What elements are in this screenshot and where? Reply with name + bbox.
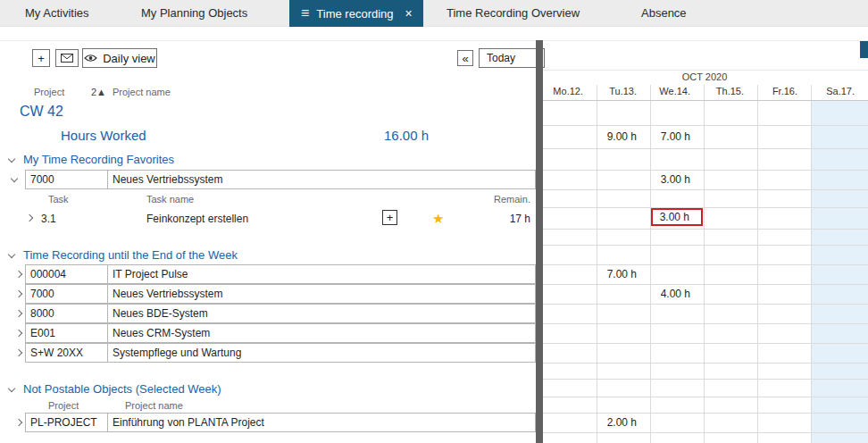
favorite-star-icon[interactable]: ★	[432, 212, 444, 225]
hours-worked-label: Hours Worked	[61, 128, 146, 143]
grid-line	[543, 207, 868, 208]
project-name-cell[interactable]: Neues CRM-System	[107, 323, 536, 343]
project-row-favorite[interactable]: 7000 Neues Vertriebssystem	[0, 170, 536, 189]
column-header-task-name[interactable]: Task name	[146, 194, 194, 205]
previous-button[interactable]: «	[457, 50, 473, 66]
project-code-cell[interactable]: 8000	[25, 304, 108, 323]
daily-view-button[interactable]: Daily view	[82, 48, 157, 68]
add-icon: +	[387, 211, 394, 224]
chevron-down-icon[interactable]	[8, 251, 15, 258]
grid-line	[543, 284, 868, 285]
project-code-cell[interactable]: E001	[25, 323, 108, 343]
grid-line	[543, 148, 868, 149]
grid-line	[543, 413, 868, 414]
day-value-cell[interactable]: 9.00 h	[597, 125, 650, 148]
project-row[interactable]: 000004 IT Project Pulse	[0, 264, 536, 284]
today-button[interactable]: Today	[479, 48, 545, 68]
project-row[interactable]: PL-PROJECT Einführung von PLANTA Project	[0, 413, 536, 432]
chevron-right-icon[interactable]	[15, 290, 22, 297]
pane-splitter[interactable]	[536, 40, 543, 443]
chevron-down-icon[interactable]	[8, 385, 15, 392]
grid-line	[543, 170, 868, 171]
project-name-cell[interactable]: Systempflege und Wartung	[107, 343, 536, 363]
section-week-recording[interactable]: Time Recording until the End of the Week	[0, 247, 536, 264]
envelope-icon	[61, 54, 73, 63]
task-name[interactable]: Feinkonzept erstellen	[146, 213, 248, 225]
chevron-right-icon[interactable]	[15, 330, 22, 337]
day-value-cell[interactable]: 3.00 h	[650, 170, 704, 189]
chevron-right-icon[interactable]	[15, 419, 22, 426]
day-value-cell[interactable]: 4.00 h	[650, 284, 704, 304]
task-id[interactable]: 3.1	[41, 213, 56, 225]
grid-line	[543, 245, 868, 246]
column-header-remaining[interactable]: Remain.	[464, 194, 530, 205]
day-value-cell[interactable]: 2.00 h	[597, 413, 650, 432]
tab-bar: My Activities My Planning Objects ≡ Time…	[0, 0, 868, 27]
project-code-cell[interactable]: 000004	[25, 264, 108, 284]
grid-line	[543, 379, 868, 380]
day-header-sa: Sa.17.	[811, 86, 868, 100]
chevron-right-icon[interactable]	[26, 214, 33, 222]
day-value-cell[interactable]: 7.00 h	[650, 125, 704, 148]
tab-time-recording-overview[interactable]: Time Recording Overview	[447, 0, 580, 27]
day-value-cell[interactable]: 7.00 h	[597, 264, 650, 284]
grid-line	[543, 229, 868, 230]
day-header-we: We.14.	[650, 86, 704, 100]
chevron-down-icon[interactable]	[8, 155, 15, 163]
section-title-favorites: My Time Recording Favorites	[23, 153, 174, 166]
app-window: My Activities My Planning Objects ≡ Time…	[0, 0, 868, 443]
column-header-task[interactable]: Task	[48, 194, 69, 205]
section-not-postable[interactable]: Not Postable Objects (Selected Week)	[0, 380, 536, 398]
grid-line	[543, 343, 868, 344]
week-label: CW 42	[20, 104, 63, 120]
project-name-cell[interactable]: Neues BDE-System	[107, 304, 536, 323]
grid-line	[543, 323, 868, 324]
project-code-cell[interactable]: S+W 20XX	[25, 343, 108, 363]
eye-icon	[84, 54, 97, 63]
column-header-project[interactable]: Project	[34, 87, 64, 97]
previous-icon: «	[462, 52, 468, 65]
project-row[interactable]: 7000 Neues Vertriebssystem	[0, 284, 536, 304]
add-icon: +	[38, 52, 45, 65]
project-row[interactable]: S+W 20XX Systempflege und Wartung	[0, 343, 536, 363]
tab-absence[interactable]: Absence	[641, 0, 687, 27]
month-header: OCT 2020	[543, 71, 866, 82]
chevron-down-icon[interactable]	[11, 175, 18, 182]
tab-my-planning-objects[interactable]: My Planning Objects	[141, 0, 247, 27]
add-task-entry-button[interactable]: +	[382, 210, 397, 225]
project-name-cell[interactable]: Neues Vertriebssystem	[107, 284, 536, 304]
chevron-right-icon[interactable]	[15, 310, 22, 317]
grid-line	[543, 363, 868, 364]
add-button[interactable]: +	[32, 49, 50, 67]
project-row[interactable]: E001 Neues CRM-System	[0, 323, 536, 343]
task-row[interactable]: 3.1 Feinkonzept erstellen + ★ 17 h	[0, 207, 536, 229]
scrollbar-thumb[interactable]	[860, 41, 868, 58]
tab-label: Time recording	[316, 7, 393, 21]
project-code-cell[interactable]: 7000	[25, 170, 108, 189]
grid-line	[543, 304, 868, 305]
column-header-project-name[interactable]: Project name	[113, 87, 171, 97]
project-code-cell[interactable]: PL-PROJECT	[25, 413, 108, 432]
project-code-cell[interactable]: 7000	[25, 284, 108, 304]
grid-line	[543, 100, 868, 101]
tab-my-activities[interactable]: My Activities	[25, 0, 89, 27]
close-tab-icon[interactable]: ×	[405, 6, 413, 21]
column-header-project-name[interactable]: Project name	[125, 400, 183, 411]
project-name-cell[interactable]: IT Project Pulse	[107, 264, 536, 284]
highlighted-day-value-cell[interactable]: 3.00 h	[651, 208, 703, 226]
chevron-right-icon[interactable]	[15, 349, 22, 356]
day-header-tu: Tu.13.	[597, 86, 650, 100]
today-label: Today	[487, 52, 515, 64]
header-separator	[0, 40, 868, 41]
column-header-project[interactable]: Project	[48, 400, 79, 411]
project-name-cell[interactable]: Einführung von PLANTA Project	[107, 413, 536, 432]
sort-indicator[interactable]: 2▲	[91, 87, 106, 97]
project-name-cell[interactable]: Neues Vertriebssystem	[107, 170, 536, 189]
remaining-hours: 17 h	[482, 213, 530, 225]
project-row[interactable]: 8000 Neues BDE-System	[0, 304, 536, 323]
mail-button[interactable]	[55, 49, 79, 67]
section-favorites[interactable]: My Time Recording Favorites	[0, 151, 536, 169]
chevron-right-icon[interactable]	[15, 271, 22, 278]
tab-time-recording[interactable]: ≡ Time recording ×	[289, 0, 423, 27]
hamburger-menu-icon[interactable]: ≡	[301, 5, 309, 21]
